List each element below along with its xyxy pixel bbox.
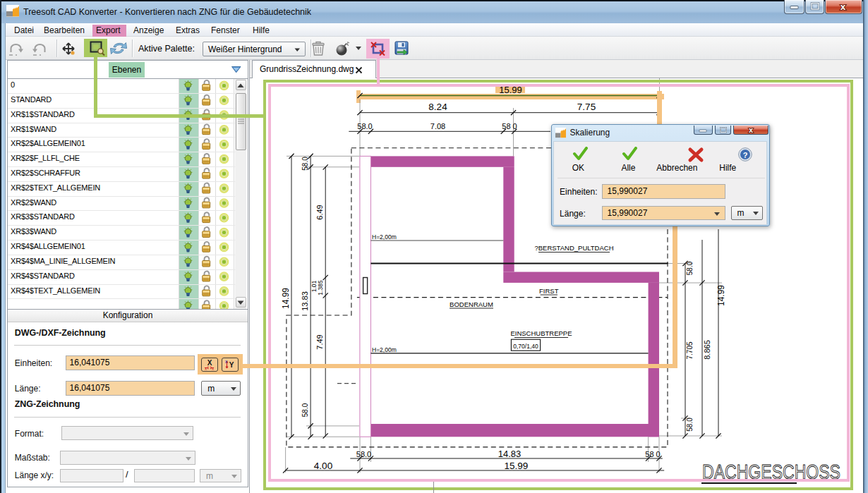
- svg-text:x: x: [748, 126, 753, 134]
- svg-text:?: ?: [742, 151, 747, 159]
